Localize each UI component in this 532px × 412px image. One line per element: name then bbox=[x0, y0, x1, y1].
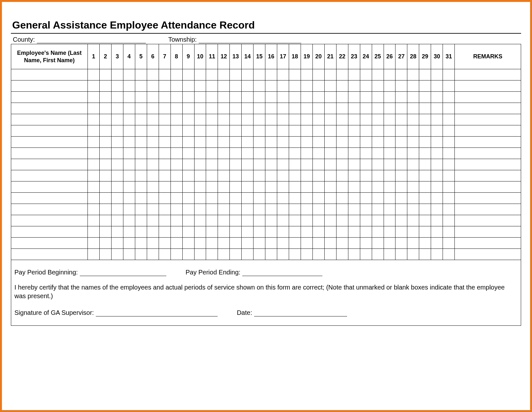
cell-day[interactable] bbox=[419, 238, 431, 249]
cell-day[interactable] bbox=[289, 204, 301, 215]
cell-day[interactable] bbox=[431, 193, 443, 204]
cell-day[interactable] bbox=[254, 249, 265, 260]
cell-day[interactable] bbox=[407, 238, 419, 249]
cell-day[interactable] bbox=[407, 69, 419, 80]
cell-day[interactable] bbox=[348, 238, 360, 249]
cell-day[interactable] bbox=[384, 92, 395, 103]
cell-day[interactable] bbox=[443, 249, 455, 260]
cell-day[interactable] bbox=[206, 69, 218, 80]
cell-day[interactable] bbox=[372, 249, 384, 260]
cell-day[interactable] bbox=[407, 125, 419, 137]
cell-day[interactable] bbox=[100, 159, 112, 170]
cell-name[interactable] bbox=[11, 204, 88, 215]
cell-day[interactable] bbox=[230, 193, 242, 204]
cell-day[interactable] bbox=[111, 114, 123, 125]
cell-day[interactable] bbox=[206, 137, 218, 148]
cell-day[interactable] bbox=[170, 215, 182, 226]
cell-day[interactable] bbox=[111, 181, 123, 193]
cell-day[interactable] bbox=[242, 137, 254, 148]
cell-day[interactable] bbox=[360, 238, 372, 249]
cell-day[interactable] bbox=[123, 103, 135, 114]
cell-day[interactable] bbox=[218, 125, 230, 137]
cell-day[interactable] bbox=[242, 193, 254, 204]
cell-day[interactable] bbox=[88, 249, 100, 260]
cell-day[interactable] bbox=[301, 80, 312, 92]
cell-day[interactable] bbox=[301, 170, 312, 181]
cell-day[interactable] bbox=[194, 159, 206, 170]
cell-day[interactable] bbox=[407, 204, 419, 215]
cell-day[interactable] bbox=[170, 148, 182, 159]
cell-day[interactable] bbox=[159, 181, 170, 193]
cell-day[interactable] bbox=[395, 193, 407, 204]
cell-day[interactable] bbox=[277, 193, 289, 204]
cell-day[interactable] bbox=[360, 170, 372, 181]
cell-day[interactable] bbox=[348, 69, 360, 80]
cell-day[interactable] bbox=[348, 114, 360, 125]
cell-day[interactable] bbox=[372, 137, 384, 148]
cell-day[interactable] bbox=[360, 69, 372, 80]
cell-day[interactable] bbox=[301, 92, 312, 103]
cell-day[interactable] bbox=[431, 181, 443, 193]
cell-day[interactable] bbox=[443, 80, 455, 92]
cell-day[interactable] bbox=[159, 238, 170, 249]
cell-day[interactable] bbox=[230, 181, 242, 193]
cell-day[interactable] bbox=[360, 125, 372, 137]
cell-day[interactable] bbox=[324, 80, 336, 92]
cell-day[interactable] bbox=[265, 181, 277, 193]
cell-day[interactable] bbox=[301, 159, 312, 170]
cell-day[interactable] bbox=[123, 137, 135, 148]
cell-day[interactable] bbox=[277, 137, 289, 148]
cell-day[interactable] bbox=[419, 92, 431, 103]
cell-day[interactable] bbox=[159, 114, 170, 125]
cell-day[interactable] bbox=[88, 204, 100, 215]
cell-day[interactable] bbox=[182, 137, 194, 148]
cell-day[interactable] bbox=[254, 69, 265, 80]
cell-day[interactable] bbox=[230, 215, 242, 226]
cell-day[interactable] bbox=[147, 249, 159, 260]
cell-day[interactable] bbox=[194, 114, 206, 125]
cell-day[interactable] bbox=[312, 238, 324, 249]
cell-day[interactable] bbox=[242, 215, 254, 226]
cell-day[interactable] bbox=[395, 170, 407, 181]
cell-day[interactable] bbox=[170, 226, 182, 238]
cell-day[interactable] bbox=[135, 238, 147, 249]
cell-day[interactable] bbox=[147, 103, 159, 114]
cell-day[interactable] bbox=[206, 193, 218, 204]
cell-day[interactable] bbox=[372, 226, 384, 238]
cell-day[interactable] bbox=[135, 137, 147, 148]
cell-day[interactable] bbox=[277, 148, 289, 159]
cell-day[interactable] bbox=[159, 193, 170, 204]
cell-day[interactable] bbox=[336, 204, 348, 215]
cell-day[interactable] bbox=[289, 69, 301, 80]
cell-day[interactable] bbox=[384, 137, 395, 148]
cell-day[interactable] bbox=[360, 215, 372, 226]
cell-name[interactable] bbox=[11, 137, 88, 148]
cell-day[interactable] bbox=[395, 103, 407, 114]
cell-day[interactable] bbox=[431, 137, 443, 148]
cell-day[interactable] bbox=[147, 137, 159, 148]
cell-day[interactable] bbox=[135, 226, 147, 238]
cell-day[interactable] bbox=[324, 215, 336, 226]
cell-day[interactable] bbox=[111, 238, 123, 249]
cell-day[interactable] bbox=[111, 215, 123, 226]
cell-day[interactable] bbox=[348, 249, 360, 260]
cell-day[interactable] bbox=[336, 125, 348, 137]
cell-day[interactable] bbox=[194, 92, 206, 103]
cell-day[interactable] bbox=[289, 215, 301, 226]
cell-day[interactable] bbox=[419, 125, 431, 137]
cell-day[interactable] bbox=[170, 137, 182, 148]
cell-day[interactable] bbox=[312, 193, 324, 204]
cell-day[interactable] bbox=[218, 137, 230, 148]
cell-day[interactable] bbox=[218, 249, 230, 260]
cell-day[interactable] bbox=[348, 148, 360, 159]
cell-day[interactable] bbox=[206, 159, 218, 170]
cell-day[interactable] bbox=[384, 204, 395, 215]
cell-day[interactable] bbox=[206, 215, 218, 226]
cell-day[interactable] bbox=[407, 148, 419, 159]
cell-day[interactable] bbox=[289, 148, 301, 159]
cell-day[interactable] bbox=[218, 170, 230, 181]
cell-day[interactable] bbox=[159, 170, 170, 181]
cell-day[interactable] bbox=[277, 114, 289, 125]
cell-day[interactable] bbox=[147, 193, 159, 204]
cell-day[interactable] bbox=[301, 238, 312, 249]
